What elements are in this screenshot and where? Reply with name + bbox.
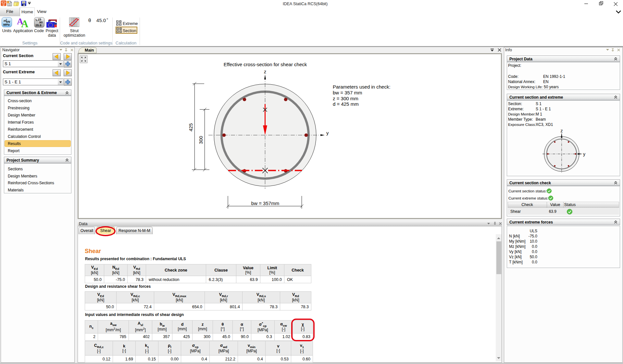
svg-text:z: z [264,69,267,74]
svg-text:y: y [326,130,329,136]
svg-text:Effective cross-section for sh: Effective cross-section for shear check [224,62,307,67]
svg-text:Parameters used in check:: Parameters used in check: [333,84,391,90]
svg-text:MPa: MPa [3,23,10,26]
svg-text:300: 300 [198,136,204,144]
svg-text:A: A [21,18,29,28]
svg-text:y: y [583,152,585,157]
svg-text:z = 300 mm: z = 300 mm [333,96,358,101]
svg-text:bw = 357 mm: bw = 357 mm [333,90,362,95]
svg-text:z: z [561,128,563,133]
svg-text:25.8: 25.8 [35,23,42,27]
svg-text:d = 425 mm: d = 425 mm [333,101,359,107]
svg-text:bw = 357mm: bw = 357mm [251,200,279,206]
svg-text:425: 425 [188,123,193,131]
